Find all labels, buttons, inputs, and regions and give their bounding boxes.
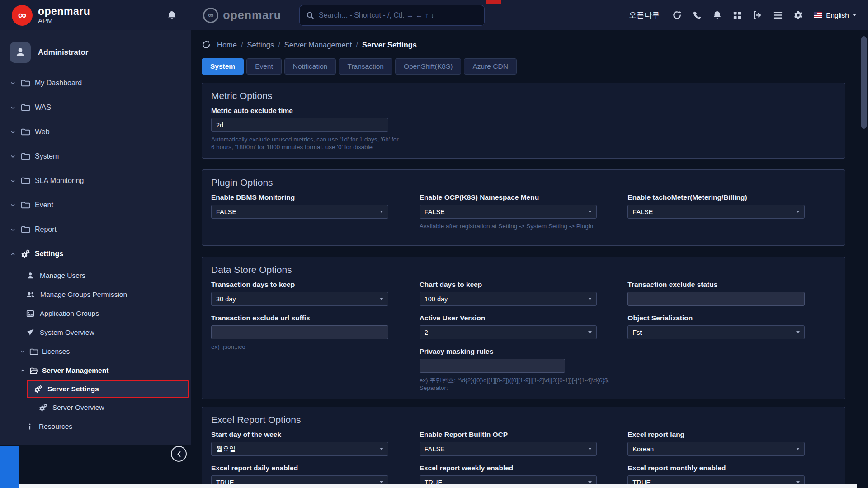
phone-icon[interactable] xyxy=(693,11,702,20)
select-value: Fst xyxy=(632,329,642,336)
gears-icon xyxy=(21,249,30,258)
logout-icon[interactable] xyxy=(753,10,762,20)
ocp-namespace-select[interactable]: FALSE xyxy=(420,205,597,219)
active-user-version-select[interactable]: 2 xyxy=(420,325,597,339)
transaction-days-select[interactable]: 30 day xyxy=(211,292,388,306)
gear-icon[interactable] xyxy=(793,10,803,20)
brand-logo[interactable]: ∞ openmaru APM xyxy=(12,5,90,26)
breadcrumb-server-management[interactable]: Server Management xyxy=(284,41,352,49)
sidebar-item-manage-users[interactable]: Manage Users xyxy=(0,266,191,285)
profile-name: Administrator xyxy=(38,48,88,57)
transaction-exclude-status-input[interactable] xyxy=(627,292,805,306)
dbms-monitoring-select[interactable]: FALSE xyxy=(211,205,388,219)
chevron-down-icon xyxy=(588,298,592,300)
sidebar-item-event[interactable]: Event xyxy=(0,193,191,217)
sidebar-item-report[interactable]: Report xyxy=(0,217,191,242)
select-value: 2 xyxy=(425,329,428,336)
language-selector[interactable]: English xyxy=(814,11,856,19)
field-label: Excel report monthly enabled xyxy=(627,464,836,472)
menu-icon[interactable] xyxy=(773,10,783,20)
chevron-down-icon xyxy=(20,349,25,354)
bottom-strip xyxy=(19,484,857,488)
sidebar-item-sla-monitoring[interactable]: SLA Monitoring xyxy=(0,169,191,193)
tachometer-select[interactable]: FALSE xyxy=(627,205,805,219)
chevron-down-icon xyxy=(588,331,592,333)
metric-options-card: Metric Options Metric auto exclude time … xyxy=(202,83,845,159)
sidebar-item-resources[interactable]: Resources xyxy=(0,417,191,436)
sidebar-item-system-overview[interactable]: System Overview xyxy=(0,323,191,342)
chevron-up-icon xyxy=(20,368,25,373)
field-label: Transaction days to keep xyxy=(211,281,420,289)
avatar[interactable] xyxy=(10,42,31,63)
tab-transaction[interactable]: Transaction xyxy=(339,58,392,75)
tab-azure-cdn[interactable]: Azure CDN xyxy=(464,58,516,75)
settings-tabs: System Event Notification Transaction Op… xyxy=(202,58,845,75)
sidebar-item-settings[interactable]: Settings xyxy=(0,242,191,266)
sidebar-item-server-management[interactable]: Server Management xyxy=(0,361,191,380)
help-text: ex) 주민번호: ^\d{2}([0]\d|[1][0-2])([0][1-9… xyxy=(420,376,628,392)
sidebar-item-manage-groups-permission[interactable]: Manage Groups Permission xyxy=(0,285,191,304)
privacy-masking-input[interactable] xyxy=(420,359,565,373)
select-value: FALSE xyxy=(632,208,653,216)
breadcrumb-separator: / xyxy=(356,41,358,49)
nav-label: System Overview xyxy=(40,328,94,337)
search-input[interactable] xyxy=(319,11,478,19)
field-label: Enable tachoMeter(Metering/Billing) xyxy=(627,193,836,202)
sidebar-item-was[interactable]: WAS xyxy=(0,95,191,120)
tab-event[interactable]: Event xyxy=(246,58,282,75)
sidebar-item-application-groups[interactable]: Application Groups xyxy=(0,304,191,323)
metric-auto-exclude-input[interactable] xyxy=(211,118,388,132)
chart-days-select[interactable]: 100 day xyxy=(420,292,597,306)
sidebar-item-server-settings[interactable]: Server Settings xyxy=(27,380,189,398)
bell-icon[interactable] xyxy=(712,10,722,20)
sidebar-item-licenses[interactable]: Licenses xyxy=(0,342,191,361)
chevron-down-icon xyxy=(10,154,16,160)
plugin-options-card: Plugin Options Enable DBMS Monitoring FA… xyxy=(202,169,845,246)
corner-blue-block xyxy=(0,446,19,488)
sidebar-item-server-overview[interactable]: Server Overview xyxy=(0,398,191,417)
report-builtin-ocp-select[interactable]: FALSE xyxy=(420,442,597,456)
breadcrumb-separator: / xyxy=(241,41,243,49)
transaction-exclude-url-input[interactable] xyxy=(211,325,388,339)
field-label: Privacy masking rules xyxy=(420,347,628,356)
field-label: Start day of the week xyxy=(211,431,420,439)
global-search[interactable] xyxy=(299,5,485,26)
nav-label: Manage Groups Permission xyxy=(40,291,127,299)
folder-icon xyxy=(21,127,30,136)
chevron-down-icon xyxy=(10,202,16,208)
activity-icon[interactable] xyxy=(672,10,682,20)
help-text: Available after registration at Setting … xyxy=(420,222,614,230)
notifications-bell-icon[interactable] xyxy=(167,10,177,20)
gears-icon xyxy=(34,385,42,393)
excel-report-lang-select[interactable]: Korean xyxy=(627,442,805,456)
breadcrumb-home[interactable]: Home xyxy=(217,41,237,49)
tab-openshift[interactable]: OpenShift(K8S) xyxy=(395,58,462,75)
sidebar-item-system[interactable]: System xyxy=(0,144,191,169)
field-label: Excel report lang xyxy=(627,431,836,439)
refresh-icon[interactable] xyxy=(202,40,211,49)
tab-notification[interactable]: Notification xyxy=(284,58,336,75)
nav-label: Report xyxy=(35,225,57,234)
collapse-sidebar-button[interactable] xyxy=(171,446,187,462)
nav-label: Manage Users xyxy=(40,272,85,280)
folder-icon xyxy=(21,152,30,161)
nav-label: SLA Monitoring xyxy=(35,177,84,185)
breadcrumb-current: Server Settings xyxy=(362,41,417,49)
nav-label: Server Overview xyxy=(52,404,104,412)
sidebar-item-my-dashboard[interactable]: My Dashboard xyxy=(0,71,191,95)
nav-label: Server Management xyxy=(42,366,108,375)
vertical-scrollbar[interactable] xyxy=(861,36,867,129)
tab-system[interactable]: System xyxy=(202,58,244,75)
openmaru-logo-icon: ∞ xyxy=(12,5,33,26)
object-serialization-select[interactable]: Fst xyxy=(627,325,805,339)
sidebar-item-web[interactable]: Web xyxy=(0,120,191,144)
chevron-down-icon xyxy=(588,211,592,213)
field-label: Enable DBMS Monitoring xyxy=(211,193,420,202)
breadcrumb-settings[interactable]: Settings xyxy=(247,41,274,49)
start-day-select[interactable]: 월요일 xyxy=(211,442,388,456)
select-value: Korean xyxy=(632,446,654,453)
search-icon xyxy=(306,11,314,19)
brand-sub: APM xyxy=(38,17,90,24)
apps-grid-icon[interactable] xyxy=(733,11,742,20)
chevron-down-icon xyxy=(380,448,383,450)
